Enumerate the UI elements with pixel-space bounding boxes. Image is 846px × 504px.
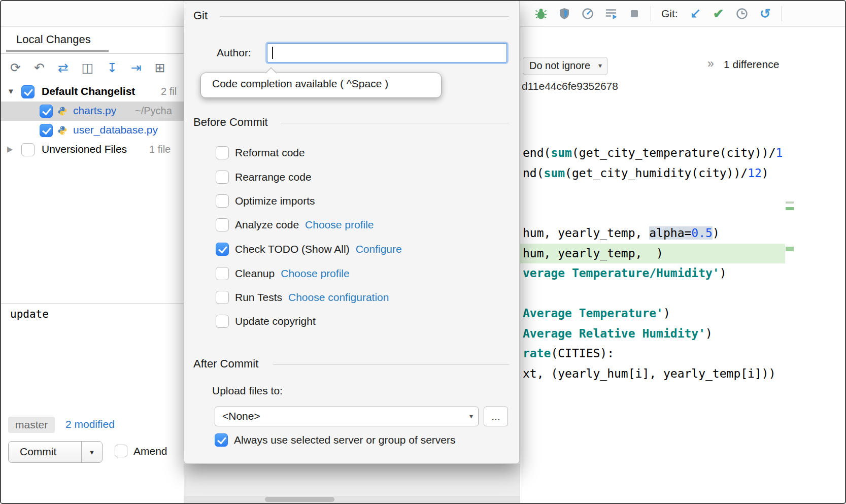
git-options-panel: Git Author: Before Commit Reformat code … bbox=[184, 1, 520, 464]
vcs-toolbar: ⟳ ↶ ⇄ ◫ ↧ ⇥ ⊞ bbox=[1, 54, 184, 81]
option-analyze-code[interactable]: Analyze code Choose profile bbox=[216, 215, 374, 234]
rollback-icon[interactable]: ↺ bbox=[758, 7, 772, 21]
cleanup-checkbox[interactable] bbox=[216, 267, 229, 280]
history-icon[interactable] bbox=[735, 7, 749, 21]
coverage-icon[interactable] bbox=[557, 7, 571, 21]
error-stripe-mark[interactable] bbox=[786, 247, 794, 251]
upload-files-dropdown[interactable]: <None> ▾ bbox=[215, 407, 479, 426]
difference-count: 1 difference bbox=[724, 58, 779, 71]
upload-files-value: <None> bbox=[222, 410, 260, 422]
option-reformat-code[interactable]: Reformat code bbox=[216, 143, 305, 162]
toolbar-separator bbox=[651, 6, 651, 21]
option-cleanup[interactable]: Cleanup Choose profile bbox=[216, 264, 350, 283]
changelist-meta: 2 fil bbox=[161, 86, 177, 97]
file-checkbox[interactable] bbox=[40, 124, 53, 137]
preview-diff-icon[interactable]: ◫ bbox=[82, 61, 94, 74]
after-commit-title: After Commit bbox=[193, 357, 258, 371]
code-line: hum, yearly_temp, alpha=0.5) bbox=[520, 223, 785, 244]
toolbar-separator bbox=[782, 6, 782, 21]
option-optimize-imports[interactable]: Optimize imports bbox=[216, 191, 315, 211]
section-divider bbox=[281, 123, 509, 123]
profiler-icon[interactable] bbox=[581, 7, 595, 21]
optimize-imports-checkbox[interactable] bbox=[216, 194, 229, 208]
option-label: Reformat code bbox=[235, 147, 305, 159]
active-tab-indicator bbox=[6, 50, 109, 52]
dialog-footer-area bbox=[184, 464, 520, 496]
option-rearrange-code[interactable]: Rearrange code bbox=[216, 167, 312, 187]
option-label: Optimize imports bbox=[235, 195, 315, 207]
error-stripe[interactable] bbox=[785, 103, 795, 496]
browse-servers-button[interactable]: ... bbox=[484, 407, 508, 426]
get-latest-icon[interactable]: ↧ bbox=[107, 61, 117, 74]
commit-options-arrow[interactable]: ▾ bbox=[81, 442, 102, 462]
expand-caret-icon[interactable]: ▼ bbox=[7, 87, 15, 95]
check-todo-checkbox[interactable] bbox=[216, 243, 229, 256]
code-line: end(sum(get_city_temperature(city))/1 bbox=[520, 143, 785, 163]
modified-files-link[interactable]: 2 modified bbox=[65, 418, 115, 430]
shelve-icon[interactable]: ⇥ bbox=[130, 61, 141, 74]
text-caret bbox=[272, 47, 273, 59]
choose-profile-link[interactable]: Choose profile bbox=[281, 267, 349, 280]
amend-label: Amend bbox=[133, 445, 167, 457]
tab-local-changes[interactable]: Local Changes bbox=[16, 33, 91, 46]
changelist-label: Default Changelist bbox=[42, 85, 135, 97]
changelist-checkbox[interactable] bbox=[21, 85, 35, 98]
horizontal-scrollbar[interactable] bbox=[184, 496, 520, 503]
update-copyright-checkbox[interactable] bbox=[216, 315, 229, 328]
amend-checkbox[interactable] bbox=[115, 445, 127, 457]
upload-files-label: Upload files to: bbox=[212, 385, 283, 397]
option-run-tests[interactable]: Run Tests Choose configuration bbox=[216, 288, 389, 307]
refresh-icon[interactable]: ⟳ bbox=[10, 61, 21, 74]
code-line: Average Relative Humidity') bbox=[520, 324, 785, 344]
main-toolbar: Git: ✔ ↺ bbox=[534, 3, 782, 24]
python-file-icon bbox=[57, 106, 68, 117]
ignore-dropdown-value: Do not ignore bbox=[529, 60, 590, 72]
update-project-icon[interactable] bbox=[688, 7, 702, 21]
reformat-code-checkbox[interactable] bbox=[216, 146, 229, 159]
run-tests-checkbox[interactable] bbox=[216, 291, 229, 304]
file-name: user_database.py bbox=[73, 124, 158, 136]
rollback-icon[interactable]: ↶ bbox=[34, 61, 45, 74]
code-line: Average Temperature') bbox=[520, 304, 785, 324]
git-section-title: Git bbox=[193, 9, 208, 22]
run-configurations-icon[interactable] bbox=[604, 7, 618, 21]
file-path: ~/Pycha bbox=[135, 105, 172, 117]
code-line: rate(CITIES): bbox=[520, 344, 785, 364]
code-line: xt, (yearly_hum[i], yearly_temp[i])) bbox=[520, 364, 785, 384]
commit-button[interactable]: Commit ▾ bbox=[8, 441, 103, 463]
option-label: Update copyright bbox=[235, 315, 316, 327]
option-label: Cleanup bbox=[235, 267, 275, 280]
amend-option[interactable]: Amend bbox=[115, 445, 167, 457]
option-label: Check TODO (Show All) bbox=[235, 243, 350, 255]
option-update-copyright[interactable]: Update copyright bbox=[216, 312, 316, 331]
commit-changes-icon[interactable]: ✔ bbox=[712, 7, 726, 21]
pycharm-window: Local Changes ⟳ ↶ ⇄ ◫ ↧ ⇥ ⊞ ▼ Default Ch… bbox=[0, 0, 846, 504]
file-checkbox[interactable] bbox=[40, 105, 53, 118]
file-name: charts.py bbox=[73, 105, 116, 117]
always-use-server-checkbox[interactable] bbox=[215, 433, 228, 447]
breadcrumb-chevrons-icon[interactable]: » bbox=[707, 57, 714, 71]
option-check-todo[interactable]: Check TODO (Show All) Configure bbox=[216, 240, 402, 259]
author-input[interactable] bbox=[267, 43, 507, 62]
group-by-icon[interactable]: ⊞ bbox=[154, 61, 165, 74]
choose-profile-link[interactable]: Choose profile bbox=[305, 219, 374, 231]
chevron-down-icon: ▾ bbox=[469, 412, 473, 420]
show-diff-icon[interactable]: ⇄ bbox=[58, 61, 69, 74]
debug-icon[interactable] bbox=[534, 7, 548, 21]
stop-icon[interactable] bbox=[627, 7, 641, 21]
always-use-server-label: Always use selected server or group of s… bbox=[234, 434, 456, 446]
error-stripe-mark[interactable] bbox=[786, 207, 794, 210]
always-use-server-option[interactable]: Always use selected server or group of s… bbox=[215, 433, 456, 447]
error-stripe-mark[interactable] bbox=[786, 201, 794, 204]
ignore-whitespace-dropdown[interactable]: Do not ignore ▾ bbox=[523, 57, 607, 75]
code-line: nd(sum(get_city_humidity(city))/12) bbox=[520, 163, 785, 184]
choose-configuration-link[interactable]: Choose configuration bbox=[288, 291, 389, 304]
rearrange-code-checkbox[interactable] bbox=[216, 171, 229, 184]
chevron-down-icon: ▾ bbox=[598, 61, 602, 70]
commit-button-label: Commit bbox=[20, 446, 56, 458]
completion-tooltip: Code completion available ( ^Space ) bbox=[200, 73, 442, 98]
scrollbar-thumb[interactable] bbox=[265, 497, 334, 502]
analyze-code-checkbox[interactable] bbox=[216, 218, 229, 231]
completion-tooltip-text: Code completion available ( ^Space ) bbox=[212, 78, 388, 90]
configure-link[interactable]: Configure bbox=[356, 243, 402, 255]
